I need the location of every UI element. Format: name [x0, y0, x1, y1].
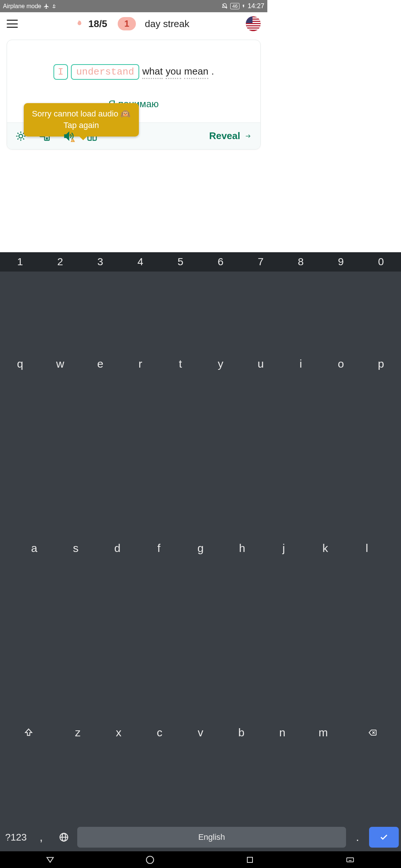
airplane-mode-label: Airplane mode	[3, 3, 41, 10]
reveal-label: Reveal	[209, 130, 240, 142]
svg-rect-21	[72, 141, 73, 141]
key-4[interactable]: 4	[120, 252, 160, 272]
blank-input-1[interactable]: I	[53, 64, 68, 80]
tooltip-line2: Tap again	[32, 120, 131, 131]
word-you: you	[166, 66, 181, 79]
svg-rect-5	[246, 24, 261, 25]
key-d[interactable]: d	[97, 456, 138, 579]
audio-error-tooltip[interactable]: Sorry cannot load audio 🙉 Tap again	[24, 103, 139, 137]
progress-counter: 18/5	[88, 18, 107, 30]
audio-button[interactable]	[63, 131, 74, 142]
keyboard-row-1: q w e r t y u i o p	[0, 272, 267, 456]
charging-icon	[242, 3, 245, 9]
key-q[interactable]: q	[0, 272, 40, 456]
dnd-icon	[221, 3, 228, 10]
tooltip-line1: Sorry cannot load audio 🙉	[32, 108, 131, 120]
key-5[interactable]: 5	[160, 252, 200, 272]
key-6[interactable]: 6	[200, 252, 241, 272]
reveal-button[interactable]: Reveal	[209, 130, 252, 142]
arrow-right-icon	[244, 133, 252, 139]
key-g[interactable]: g	[180, 456, 221, 579]
key-a[interactable]: a	[13, 456, 55, 579]
blank-input-2[interactable]: understand	[71, 64, 139, 80]
clock: 14:27	[248, 2, 264, 10]
svg-line-14	[17, 133, 19, 134]
svg-rect-8	[246, 16, 252, 23]
word-what: what	[142, 66, 163, 79]
key-1[interactable]: 1	[0, 252, 40, 272]
keyboard-number-row: 1 2 3 4 5 6 7 8 9 0	[0, 252, 267, 272]
key-t[interactable]: t	[160, 272, 200, 456]
key-w[interactable]: w	[40, 272, 80, 456]
key-j[interactable]: j	[263, 456, 267, 579]
exercise-card: I understand what you mean . Я понимаю S…	[7, 40, 261, 149]
svg-rect-20	[72, 139, 73, 141]
svg-point-9	[19, 134, 23, 138]
key-2[interactable]: 2	[40, 252, 80, 272]
language-flag-button[interactable]	[246, 16, 261, 31]
key-r[interactable]: r	[120, 272, 160, 456]
sentence-period: .	[211, 66, 214, 77]
key-s[interactable]: s	[55, 456, 97, 579]
keyboard: 1 2 3 4 5 6 7 8 9 0 q w e r t y u i o p …	[0, 252, 267, 579]
streak-badge: 1	[118, 17, 136, 30]
key-h[interactable]: h	[221, 456, 263, 579]
key-3[interactable]: 3	[80, 252, 120, 272]
key-e[interactable]: e	[80, 272, 120, 456]
usb-icon	[52, 3, 57, 9]
key-f[interactable]: f	[138, 456, 180, 579]
svg-line-15	[23, 138, 24, 139]
svg-rect-7	[246, 29, 261, 30]
keyboard-row-2: a s d f g h j k l	[0, 456, 267, 579]
flame-icon	[74, 19, 83, 29]
streak-label: day streak	[145, 18, 189, 30]
key-u[interactable]: u	[241, 272, 267, 456]
key-y[interactable]: y	[200, 272, 241, 456]
status-bar: Airplane mode 46 14:27	[0, 0, 267, 12]
airplane-icon	[43, 3, 49, 9]
svg-line-16	[17, 138, 19, 139]
key-7[interactable]: 7	[241, 252, 267, 272]
svg-rect-6	[246, 26, 261, 27]
menu-button[interactable]	[7, 20, 18, 28]
app-header: 18/5 1 day streak	[0, 12, 267, 35]
battery-level: 46	[230, 3, 239, 9]
word-mean: mean	[184, 66, 208, 79]
